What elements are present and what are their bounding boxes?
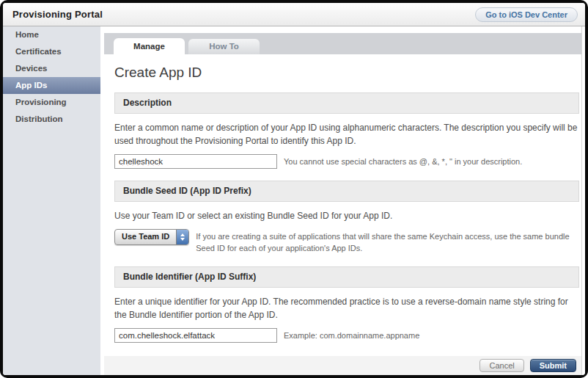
page-title: Create App ID — [114, 65, 579, 81]
arrow-up-icon — [180, 233, 185, 236]
sidebar-item-app-ids[interactable]: App IDs — [3, 77, 100, 94]
sidebar-item-devices[interactable]: Devices — [3, 60, 100, 77]
content-column: Manage How To Create App ID Description … — [104, 26, 582, 375]
title-bar: Provisioning Portal Go to iOS Dev Center — [3, 3, 585, 26]
description-hint: You cannot use special characters as @, … — [284, 154, 522, 168]
tab-bar: Manage How To — [104, 33, 581, 54]
arrow-down-icon — [180, 238, 185, 241]
page-title-portal: Provisioning Portal — [12, 9, 103, 20]
main-layout: Home Certificates Devices App IDs Provis… — [3, 26, 585, 375]
cancel-button[interactable]: Cancel — [479, 359, 523, 372]
create-app-id-page: Create App ID Description Enter a common… — [104, 54, 581, 356]
bundle-identifier-hint: Example: com.domainname.appname — [284, 328, 419, 342]
bundle-seed-section-body: Use your Team ID or select an existing B… — [114, 209, 579, 222]
tab-how-to[interactable]: How To — [188, 39, 260, 54]
bundle-identifier-field-row: Example: com.domainname.appname — [114, 328, 579, 343]
bundle-seed-field-row: Use Team ID If you are creating a suite … — [114, 229, 579, 255]
sidebar-item-distribution[interactable]: Distribution — [3, 111, 100, 128]
description-field-row: You cannot use special characters as @, … — [114, 154, 579, 169]
bundle-seed-select-value: Use Team ID — [115, 230, 176, 244]
submit-button[interactable]: Submit — [530, 359, 576, 372]
sidebar-item-home[interactable]: Home — [3, 26, 100, 43]
bundle-seed-section-header: Bundle Seed ID (App ID Prefix) — [114, 181, 579, 202]
description-section-body: Enter a common name or description of yo… — [114, 121, 579, 148]
select-stepper-icon — [176, 230, 188, 244]
bundle-seed-hint: If you are creating a suite of applicati… — [196, 229, 573, 255]
sidebar-item-certificates[interactable]: Certificates — [3, 43, 100, 60]
description-section-header: Description — [114, 92, 579, 114]
bundle-identifier-section-body: Enter a unique identifier for your App I… — [114, 295, 579, 321]
form-footer: Cancel Submit — [104, 356, 581, 375]
bundle-identifier-section-header: Bundle Identifier (App ID Suffix) — [114, 266, 579, 288]
go-to-ios-dev-center-button[interactable]: Go to iOS Dev Center — [475, 7, 578, 22]
sidebar-item-provisioning[interactable]: Provisioning — [3, 94, 100, 111]
bundle-seed-select[interactable]: Use Team ID — [114, 229, 189, 245]
sidebar-nav: Home Certificates Devices App IDs Provis… — [3, 26, 100, 375]
tab-manage[interactable]: Manage — [114, 38, 185, 54]
provisioning-portal-window: Provisioning Portal Go to iOS Dev Center… — [3, 3, 585, 375]
bundle-identifier-input[interactable] — [114, 328, 277, 343]
description-input[interactable] — [114, 154, 277, 169]
window-frame: Provisioning Portal Go to iOS Dev Center… — [0, 0, 588, 378]
